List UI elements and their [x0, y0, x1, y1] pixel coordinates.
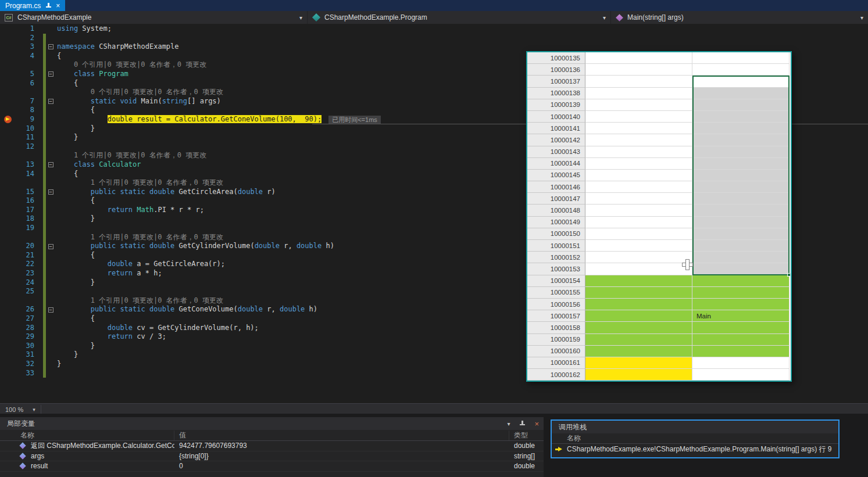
code-text[interactable]: class Calculator — [55, 160, 141, 170]
breakpoint-margin[interactable] — [0, 314, 17, 324]
grid-row-header[interactable]: 10000160 — [527, 346, 585, 357]
code-text[interactable]: namespace CSharpMethodExample — [55, 42, 179, 52]
breakpoint-margin[interactable] — [0, 369, 17, 378]
grid-row-header[interactable]: 10000136 — [527, 64, 585, 76]
code-text[interactable]: 0 个引用|0 项更改|0 名作者，0 项更改 — [55, 88, 223, 97]
grid-cell[interactable] — [585, 76, 692, 87]
grid-row-header[interactable]: 10000156 — [527, 299, 585, 310]
grid-row-header[interactable]: 10000150 — [527, 228, 585, 240]
fold-margin[interactable]: − — [46, 160, 55, 170]
grid-cell[interactable] — [692, 287, 790, 299]
breakpoint-margin[interactable] — [0, 196, 17, 206]
code-text[interactable]: } — [55, 360, 61, 369]
collapse-icon[interactable]: − — [48, 44, 53, 49]
code-text[interactable]: 1 个引用|0 项更改|0 名作者，0 项更改 — [55, 296, 223, 306]
code-text[interactable]: class Program — [55, 70, 128, 79]
code-text[interactable]: public static double GetConeVolume(doubl… — [55, 305, 317, 314]
breakpoint-margin[interactable] — [0, 242, 17, 251]
grid-cell[interactable] — [585, 228, 692, 240]
callstack-frame[interactable]: CSharpMethodExample.exe!CSharpMethodExam… — [552, 444, 838, 455]
code-text[interactable] — [55, 34, 57, 43]
collapse-icon[interactable]: − — [48, 307, 53, 313]
grid-cell[interactable] — [692, 64, 790, 76]
collapse-icon[interactable]: − — [48, 244, 53, 249]
breakpoint-margin[interactable] — [0, 170, 17, 179]
grid-row-header[interactable]: 10000151 — [527, 240, 585, 252]
grid-cell[interactable] — [585, 275, 692, 287]
grid-row-header[interactable]: 10000142 — [527, 134, 585, 146]
breakpoint-margin[interactable] — [0, 324, 17, 333]
member-dropdown[interactable]: Main(string[] args) ▾ — [611, 11, 868, 24]
grid-row-header[interactable]: 10000155 — [527, 287, 585, 299]
code-text[interactable]: { — [55, 251, 95, 260]
code-text[interactable]: } — [55, 124, 95, 134]
active-tab-program-cs[interactable]: Program.cs × — [0, 0, 65, 11]
code-text[interactable] — [55, 287, 57, 296]
grid-cell[interactable] — [585, 158, 692, 170]
grid-cell[interactable] — [692, 252, 790, 263]
breakpoint-margin[interactable] — [0, 34, 17, 43]
collapse-icon[interactable]: − — [48, 71, 53, 77]
column-header-type[interactable]: 类型 — [509, 431, 544, 440]
code-text[interactable]: } — [55, 214, 95, 224]
grid-cell[interactable] — [585, 357, 692, 369]
grid-cell[interactable] — [585, 99, 692, 111]
grid-cell[interactable] — [692, 275, 790, 287]
grid-cell[interactable] — [692, 123, 790, 134]
breakpoint-margin[interactable] — [0, 296, 17, 306]
code-text[interactable] — [55, 369, 57, 378]
grid-cell[interactable] — [692, 134, 790, 146]
grid-row-header[interactable]: 10000157 — [527, 310, 585, 322]
breakpoint-margin[interactable] — [0, 305, 17, 314]
grid-cell[interactable] — [585, 252, 692, 263]
breakpoint-margin[interactable] — [0, 124, 17, 134]
grid-row-header[interactable]: 10000148 — [527, 205, 585, 216]
grid-cell[interactable] — [585, 181, 692, 193]
code-text[interactable]: } — [55, 133, 78, 142]
breakpoint-margin[interactable] — [0, 342, 17, 351]
breakpoint-margin[interactable] — [0, 260, 17, 269]
grid-cell[interactable] — [692, 299, 790, 310]
grid-row-header[interactable]: 10000147 — [527, 193, 585, 205]
grid-cell[interactable]: Main — [692, 310, 790, 322]
grid-cell[interactable] — [692, 228, 790, 240]
grid-cell[interactable] — [585, 217, 692, 228]
grid-cell[interactable] — [585, 310, 692, 322]
grid-cell[interactable] — [585, 263, 692, 275]
breakpoint-margin[interactable] — [0, 106, 17, 115]
breakpoint-margin[interactable] — [0, 360, 17, 369]
grid-row-header[interactable]: 10000143 — [527, 146, 585, 158]
grid-cell[interactable] — [692, 88, 790, 99]
column-header-value[interactable]: 值 — [174, 431, 509, 440]
grid-cell[interactable] — [585, 123, 692, 134]
breakpoint-margin[interactable] — [0, 88, 17, 97]
grid-cell[interactable] — [692, 263, 790, 275]
code-text[interactable]: } — [55, 342, 95, 351]
grid-cell[interactable] — [692, 205, 790, 216]
fold-margin[interactable]: − — [46, 42, 55, 52]
fold-margin[interactable]: − — [46, 70, 55, 79]
code-text[interactable]: { — [55, 106, 95, 115]
grid-cell[interactable] — [692, 99, 790, 111]
grid-cell[interactable] — [585, 193, 692, 205]
grid-cell[interactable] — [585, 322, 692, 333]
breakpoint-margin[interactable] — [0, 24, 17, 34]
breakpoint-margin[interactable] — [0, 42, 17, 52]
collapse-icon[interactable]: − — [48, 162, 53, 167]
code-text[interactable]: { — [55, 52, 61, 61]
grid-cell[interactable] — [585, 334, 692, 346]
code-text[interactable]: 0 个引用|0 项更改|0 名作者，0 项更改 — [55, 60, 206, 70]
breakpoint-margin[interactable] — [0, 70, 17, 79]
zoom-control[interactable]: 100 % ▾ — [0, 405, 41, 415]
code-text[interactable]: } — [55, 278, 95, 288]
grid-cell[interactable] — [585, 52, 692, 64]
code-text[interactable]: { — [55, 314, 95, 324]
breakpoint-margin[interactable] — [0, 269, 17, 278]
breakpoint-margin[interactable] — [0, 133, 17, 142]
perf-tip[interactable]: 已用时间<=1ms — [328, 116, 381, 124]
grid-row-header[interactable]: 10000144 — [527, 158, 585, 170]
grid-cell[interactable] — [585, 88, 692, 99]
close-icon[interactable]: × — [534, 420, 539, 428]
type-dropdown[interactable]: CSharpMethodExample.Program ▾ — [308, 11, 611, 24]
code-text[interactable]: static void Main(string[] args) — [55, 97, 221, 106]
